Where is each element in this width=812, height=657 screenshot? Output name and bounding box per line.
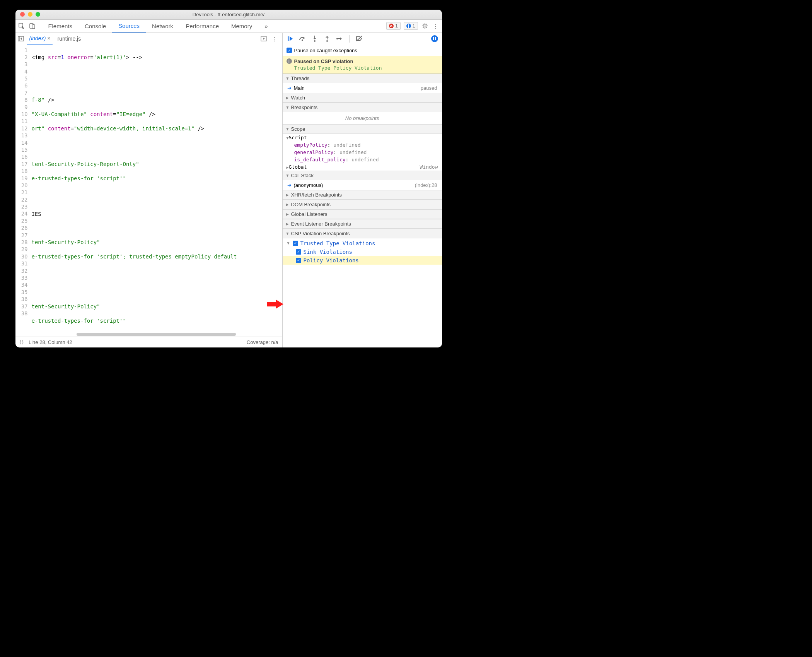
step-out-icon[interactable] xyxy=(324,35,331,42)
window-title: DevTools - tt-enforced.glitch.me/ xyxy=(15,12,442,17)
svg-point-3 xyxy=(424,25,426,27)
resume-icon[interactable] xyxy=(287,35,293,42)
panel-tabs: Elements Console Sources Network Perform… xyxy=(42,20,274,33)
navigator-toggle-icon[interactable] xyxy=(17,35,25,43)
kebab-menu-icon[interactable]: ⋮ xyxy=(432,22,440,30)
active-frame-icon: ➔ xyxy=(287,182,292,188)
deactivate-breakpoints-icon[interactable] xyxy=(356,35,363,42)
tab-performance[interactable]: Performance xyxy=(179,20,225,33)
code-editor[interactable]: 1234567891011121314151617181920212223242… xyxy=(15,45,282,337)
scope-header[interactable]: ▼Scope xyxy=(283,124,442,134)
horizontal-scrollbar[interactable] xyxy=(77,333,236,336)
svg-rect-13 xyxy=(433,37,434,40)
tab-sources[interactable]: Sources xyxy=(112,20,146,33)
code-content[interactable]: <img src=1 onerror='alert(1)'> --> f-8" … xyxy=(30,45,282,337)
dom-bp-header[interactable]: ▶DOM Breakpoints xyxy=(283,200,442,209)
svg-rect-7 xyxy=(288,36,289,41)
titlebar: DevTools - tt-enforced.glitch.me/ xyxy=(15,10,442,20)
svg-point-11 xyxy=(336,38,338,39)
callstack-frame[interactable]: ➔ (anonymous) (index):28 xyxy=(283,180,442,190)
global-listeners-header[interactable]: ▶Global Listeners xyxy=(283,209,442,219)
pause-on-caught-row[interactable]: ✓ Pause on caught exceptions xyxy=(283,45,442,56)
callstack-header[interactable]: ▼Call Stack xyxy=(283,171,442,180)
tabs-overflow[interactable]: » xyxy=(258,20,274,33)
csp-policy-violations[interactable]: ✓ Policy Violations xyxy=(283,256,442,265)
step-icon[interactable] xyxy=(336,35,343,42)
csp-bp-header[interactable]: ▼CSP Violation Breakpoints xyxy=(283,229,442,238)
step-over-icon[interactable] xyxy=(299,35,306,42)
tab-console[interactable]: Console xyxy=(78,20,112,33)
error-count-badge[interactable]: ✕1 xyxy=(386,22,401,30)
coverage-status: Coverage: n/a xyxy=(247,339,278,345)
source-pane: (index)× runtime.js ⋮ 123456789101112131… xyxy=(15,33,283,347)
no-breakpoints: No breakpoints xyxy=(283,112,442,124)
file-tabs: (index)× runtime.js ⋮ xyxy=(15,33,282,45)
svg-rect-2 xyxy=(32,25,35,29)
inspect-element-icon[interactable] xyxy=(18,22,26,30)
svg-rect-14 xyxy=(435,37,436,40)
message-count-badge[interactable]: ❙1 xyxy=(404,22,418,30)
pause-exceptions-button[interactable] xyxy=(431,35,438,42)
tab-network[interactable]: Network xyxy=(146,20,179,33)
editor-status-bar: {} Line 28, Column 42 Coverage: n/a xyxy=(15,337,282,347)
checkbox-checked-icon[interactable]: ✓ xyxy=(287,48,292,53)
info-icon: i xyxy=(287,58,292,64)
svg-point-10 xyxy=(326,40,328,42)
close-tab-icon[interactable]: × xyxy=(47,35,50,41)
cursor-position: Line 28, Column 42 xyxy=(29,339,72,345)
breakpoints-header[interactable]: ▼Breakpoints xyxy=(283,103,442,112)
svg-point-9 xyxy=(314,40,316,42)
csp-sink-violations[interactable]: ✓ Sink Violations xyxy=(283,248,442,256)
devtools-window: DevTools - tt-enforced.glitch.me/ Elemen… xyxy=(15,10,442,347)
tab-elements[interactable]: Elements xyxy=(42,20,79,33)
tab-memory[interactable]: Memory xyxy=(225,20,258,33)
thread-main[interactable]: ➔ Main paused xyxy=(283,83,442,93)
file-tab-index[interactable]: (index)× xyxy=(27,34,53,44)
xhr-bp-header[interactable]: ▶XHR/fetch Breakpoints xyxy=(283,190,442,200)
paused-banner: iPaused on CSP violation Trusted Type Po… xyxy=(283,56,442,74)
device-toolbar-icon[interactable] xyxy=(29,22,36,30)
checkbox-checked-icon[interactable]: ✓ xyxy=(293,241,298,246)
threads-header[interactable]: ▼Threads xyxy=(283,74,442,83)
kebab-menu-icon[interactable]: ⋮ xyxy=(271,35,278,43)
debugger-pane: ✓ Pause on caught exceptions iPaused on … xyxy=(283,33,442,347)
step-into-icon[interactable] xyxy=(311,35,318,42)
file-tab-runtime[interactable]: runtime.js xyxy=(55,34,83,43)
watch-header[interactable]: ▶Watch xyxy=(283,93,442,103)
svg-point-8 xyxy=(302,39,303,41)
dbg-toolbar xyxy=(283,33,442,45)
run-snippet-icon[interactable] xyxy=(260,35,268,43)
csp-trusted-type[interactable]: ▼✓ Trusted Type Violations xyxy=(283,239,442,248)
checkbox-checked-icon[interactable]: ✓ xyxy=(296,249,301,255)
main-toolbar: Elements Console Sources Network Perform… xyxy=(15,20,442,33)
active-thread-icon: ➔ xyxy=(287,85,292,91)
line-gutter: 1234567891011121314151617181920212223242… xyxy=(15,45,30,337)
checkbox-checked-icon[interactable]: ✓ xyxy=(296,258,301,263)
event-listener-bp-header[interactable]: ▶Event Listener Breakpoints xyxy=(283,219,442,229)
settings-icon[interactable] xyxy=(421,22,429,30)
